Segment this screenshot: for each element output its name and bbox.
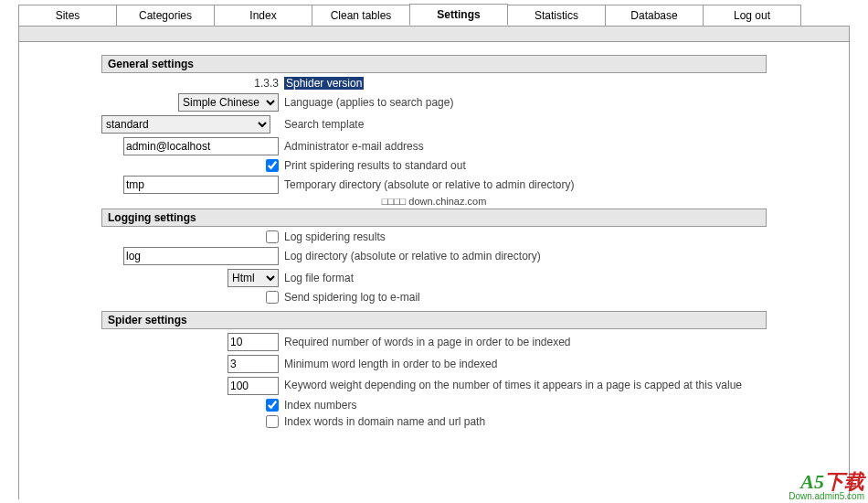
tab-sites[interactable]: Sites — [18, 5, 117, 27]
print-stdout-checkbox[interactable] — [266, 159, 279, 172]
keyword-weight-label: Keyword weight depending on the number o… — [284, 379, 767, 393]
bottom-watermark: A5下载 Down.admin5.com — [789, 472, 864, 501]
required-words-label: Required number of words in a page in or… — [284, 336, 767, 348]
template-label: Search template — [284, 118, 767, 131]
tab-statistics[interactable]: Statistics — [507, 5, 606, 27]
sub-toolbar — [18, 26, 850, 42]
language-label: Language (applies to search page) — [284, 96, 767, 109]
tab-categories[interactable]: Categories — [116, 5, 215, 27]
log-results-checkbox[interactable] — [266, 230, 279, 243]
keyword-weight-input[interactable] — [228, 377, 279, 395]
log-format-select[interactable]: Html — [228, 269, 279, 287]
tab-settings[interactable]: Settings — [409, 4, 508, 26]
tab-clean-tables[interactable]: Clean tables — [312, 5, 410, 27]
admin-email-input[interactable] — [123, 137, 279, 155]
section-spider-header: Spider settings — [101, 311, 767, 329]
index-domain-label: Index words in domain name and url path — [284, 415, 767, 428]
section-logging-header: Logging settings — [101, 209, 767, 227]
index-numbers-checkbox[interactable] — [266, 399, 279, 412]
language-select[interactable]: Simple Chinese — [178, 93, 279, 112]
tmp-dir-label: Temporary directory (absolute or relativ… — [284, 178, 767, 191]
log-results-label: Log spidering results — [284, 230, 767, 243]
template-select[interactable]: standard — [101, 115, 270, 134]
index-numbers-label: Index numbers — [284, 399, 767, 412]
send-log-email-checkbox[interactable] — [266, 291, 279, 304]
log-format-label: Log file format — [284, 272, 767, 284]
log-dir-input[interactable] — [123, 247, 279, 265]
tmp-dir-input[interactable] — [123, 176, 279, 194]
center-watermark: □□□□ down.chinaz.com — [101, 196, 767, 207]
tab-index[interactable]: Index — [214, 5, 312, 27]
send-log-email-label: Send spidering log to e-mail — [284, 291, 767, 304]
index-domain-checkbox[interactable] — [266, 415, 279, 428]
section-general-header: General settings — [101, 55, 767, 73]
tab-database[interactable]: Database — [605, 5, 704, 27]
version-label: Sphider version — [284, 77, 364, 90]
required-words-input[interactable] — [228, 333, 279, 351]
admin-email-label: Administrator e-mail address — [284, 140, 767, 153]
min-word-length-input[interactable] — [228, 355, 279, 373]
version-value: 1.3.3 — [254, 77, 279, 90]
print-stdout-label: Print spidering results to standard out — [284, 159, 767, 172]
tab-logout[interactable]: Log out — [703, 5, 801, 27]
min-word-length-label: Minimum word length in order to be index… — [284, 358, 767, 370]
log-dir-label: Log directory (absolute or relative to a… — [284, 250, 767, 262]
